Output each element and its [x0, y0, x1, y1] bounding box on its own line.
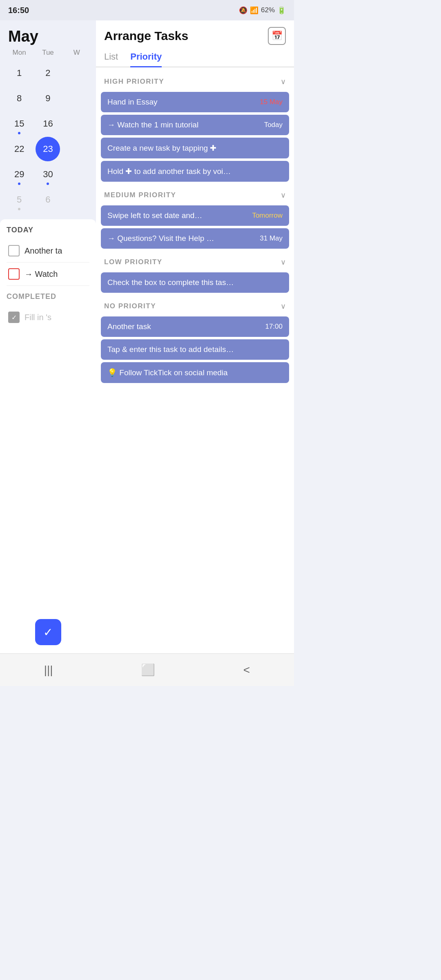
section-high-priority: HIGH PRIORITY ∨ Hand in Essay 15 May → W…	[101, 71, 289, 182]
task-hold-plus[interactable]: Hold ✚ to add another task by voi…	[101, 161, 289, 182]
right-header: Arrange Tasks 📅	[96, 20, 294, 45]
low-priority-header[interactable]: LOW PRIORITY ∨	[101, 252, 289, 272]
day-tue: Tue	[36, 49, 60, 57]
task-text-follow: 💡 Follow TickTick on social media	[107, 368, 278, 377]
right-panel: Arrange Tasks 📅 List Priority HIGH PRIOR…	[96, 20, 294, 653]
calendar-toggle-button[interactable]: 📅	[268, 27, 286, 45]
nav-back-icon[interactable]: <	[243, 664, 250, 677]
battery-text: 62%	[261, 6, 275, 14]
task-text-swipe: Swipe left to set date and…	[107, 211, 248, 220]
low-priority-label: LOW PRIORITY	[104, 258, 163, 266]
no-priority-header[interactable]: NO PRIORITY ∨	[101, 296, 289, 316]
cal-cell-29[interactable]: 29	[7, 162, 31, 187]
task-label-watch: → Watch	[24, 270, 58, 279]
calendar-grid: 1 2 8 9 15 16 22	[5, 61, 91, 212]
cal-cell-16[interactable]: 16	[36, 111, 60, 136]
no-priority-label: NO PRIORITY	[104, 302, 156, 310]
cal-cell-9[interactable]: 9	[36, 86, 60, 111]
task-label-fill: Fill in 's	[24, 313, 51, 322]
wifi-icon: 📶	[250, 6, 258, 15]
cal-cell-1[interactable]: 1	[7, 61, 31, 85]
cal-cell-5-other[interactable]: 5	[7, 187, 31, 212]
task-tap-enter[interactable]: Tap & enter this task to add details…	[101, 339, 289, 360]
medium-priority-chevron: ∨	[281, 191, 286, 200]
task-text-check: Check the box to complete this tas…	[107, 278, 278, 287]
task-text-create: Create a new task by tapping ✚	[107, 143, 278, 153]
nav-home-icon[interactable]: ⬜	[141, 663, 155, 677]
day-mon: Mon	[7, 49, 31, 57]
status-icons: 🔕 📶 62% 🔋	[239, 6, 286, 15]
tab-list[interactable]: List	[104, 51, 118, 67]
cal-cell-30[interactable]: 30	[36, 162, 60, 187]
task-swipe-left[interactable]: Swipe left to set date and… Tomorrow	[101, 205, 289, 226]
cal-week-1: 1 2	[5, 61, 91, 85]
tabs: List Priority	[96, 48, 294, 67]
today-label: TODAY	[7, 226, 89, 234]
fab-button[interactable]: ✓	[35, 619, 61, 645]
task-checkbox-watch[interactable]	[8, 268, 20, 280]
cal-cell-15[interactable]: 15	[7, 111, 31, 136]
cal-week-2: 8 9	[5, 86, 91, 111]
task-checkbox-fill[interactable]: ✓	[8, 312, 20, 323]
cal-week-5: 29 30	[5, 162, 91, 187]
no-priority-chevron: ∨	[281, 302, 286, 311]
battery-icon: 🔋	[277, 6, 286, 15]
nav-bar: ||| ⬜ <	[0, 653, 294, 686]
sidebar-month: May	[0, 20, 96, 49]
task-another[interactable]: Another task 17:00	[101, 316, 289, 337]
sidebar-task-watch[interactable]: → Watch	[7, 263, 89, 286]
cal-cell-empty-6	[65, 187, 89, 212]
priority-content: HIGH PRIORITY ∨ Hand in Essay 15 May → W…	[96, 67, 294, 653]
cal-cell-empty-3	[65, 111, 89, 136]
cal-cell-empty-4	[65, 137, 89, 161]
task-date-another: 17:00	[265, 323, 283, 331]
high-priority-chevron: ∨	[281, 77, 286, 86]
task-date-questions: 31 May	[260, 234, 283, 243]
task-text-tap: Tap & enter this task to add details…	[107, 345, 278, 354]
task-date-tutorial: Today	[264, 121, 283, 129]
task-create-new[interactable]: Create a new task by tapping ✚	[101, 138, 289, 158]
task-text-another: Another task	[107, 322, 261, 331]
section-no-priority: NO PRIORITY ∨ Another task 17:00 Tap & e…	[101, 296, 289, 383]
page-title: Arrange Tasks	[104, 29, 188, 43]
task-check-box[interactable]: Check the box to complete this tas…	[101, 272, 289, 293]
sidebar-bottom: ✓	[0, 611, 96, 653]
calendar: Mon Tue W 1 2 8 9 15	[0, 49, 96, 212]
low-priority-chevron: ∨	[281, 258, 286, 267]
cal-cell-2[interactable]: 2	[36, 61, 60, 85]
task-questions[interactable]: → Questions? Visit the Help … 31 May	[101, 228, 289, 249]
cal-week-4: 22 23	[5, 137, 91, 161]
mute-icon: 🔕	[239, 6, 247, 15]
cal-cell-22[interactable]: 22	[7, 137, 31, 161]
task-checkbox-another[interactable]	[8, 245, 20, 256]
task-label-another: Another ta	[24, 246, 62, 256]
day-wed: W	[65, 49, 89, 57]
task-watch-tutorial[interactable]: → Watch the 1 min tutorial Today	[101, 115, 289, 135]
task-follow-ticktick[interactable]: 💡 Follow TickTick on social media	[101, 362, 289, 383]
cal-week-3: 15 16	[5, 111, 91, 136]
cal-cell-8[interactable]: 8	[7, 86, 31, 111]
completed-label: COMPLETED	[7, 292, 89, 301]
sidebar-completed-fill[interactable]: ✓ Fill in 's	[7, 306, 89, 329]
tab-priority[interactable]: Priority	[130, 51, 162, 67]
cal-week-6: 5 6	[5, 187, 91, 212]
sidebar-task-another[interactable]: Another ta	[7, 239, 89, 263]
status-time: 16:50	[8, 6, 29, 15]
sidebar: May Mon Tue W 1 2 8 9	[0, 20, 96, 653]
cal-cell-23-today[interactable]: 23	[36, 137, 60, 161]
cal-cell-empty-1	[65, 61, 89, 85]
nav-menu-icon[interactable]: |||	[44, 664, 53, 677]
task-hand-in-essay[interactable]: Hand in Essay 15 May	[101, 92, 289, 112]
task-text-hold: Hold ✚ to add another task by voi…	[107, 167, 278, 176]
section-low-priority: LOW PRIORITY ∨ Check the box to complete…	[101, 252, 289, 293]
task-text-tutorial: → Watch the 1 min tutorial	[107, 120, 260, 129]
high-priority-header[interactable]: HIGH PRIORITY ∨	[101, 71, 289, 92]
task-text-essay: Hand in Essay	[107, 98, 256, 107]
medium-priority-header[interactable]: MEDIUM PRIORITY ∨	[101, 185, 289, 205]
cal-cell-6-other[interactable]: 6	[36, 187, 60, 212]
task-date-swipe: Tomorrow	[252, 212, 283, 220]
cal-cell-empty-2	[65, 86, 89, 111]
sidebar-today-section: TODAY Another ta → Watch COMPLETED ✓ Fil…	[0, 219, 96, 611]
section-medium-priority: MEDIUM PRIORITY ∨ Swipe left to set date…	[101, 185, 289, 249]
task-date-essay: 15 May	[260, 98, 283, 106]
